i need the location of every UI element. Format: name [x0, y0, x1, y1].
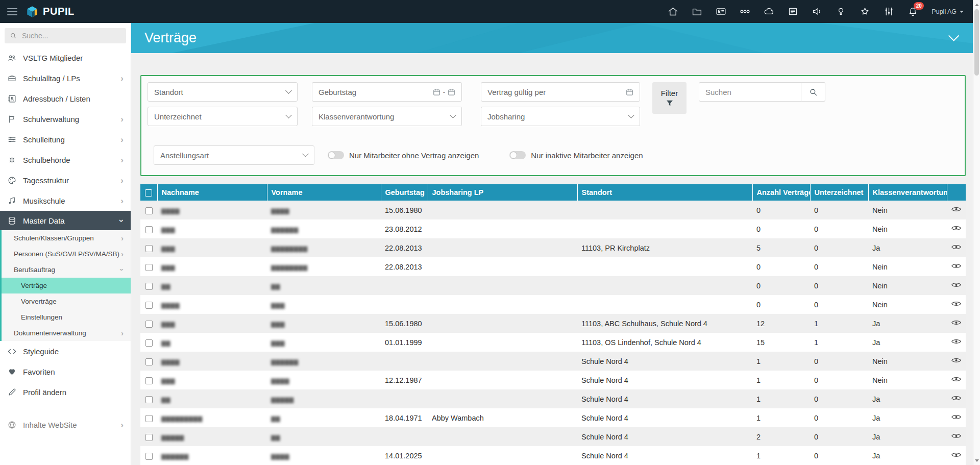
select-all-checkbox[interactable]	[145, 189, 152, 197]
sidebar-item-inhalte-website[interactable]: Inhalte WebSite›	[0, 414, 131, 435]
table-row[interactable]: ▇▇▇▇▇▇ ▇▇▇▇ 14.01.2025 Schule Nord 4 1 0…	[140, 446, 966, 465]
view-row-eye-icon[interactable]	[951, 395, 961, 402]
news-icon[interactable]	[788, 6, 798, 17]
sidebar-item-vertraege[interactable]: Verträge	[2, 278, 131, 293]
sidebar-item-adressbuch-listen[interactable]: Adressbuch / Listen	[0, 88, 131, 109]
groups-icon[interactable]	[740, 6, 750, 17]
view-row-eye-icon[interactable]	[951, 206, 961, 213]
table-row[interactable]: ▇▇▇ ▇▇▇▇ 12.12.1987 Schule Nord 4 1 0 Ne…	[140, 371, 966, 389]
table-row[interactable]: ▇▇▇ ▇▇▇▇▇▇▇▇ 22.08.2013 11103, PR Kirchp…	[140, 238, 966, 257]
cloud-icon[interactable]	[764, 6, 774, 17]
sidebar-item-profil-aendern[interactable]: Profil ändern	[0, 382, 131, 402]
sidebar-item-schulalltag-lps[interactable]: Schulalltag / LPs›	[0, 68, 131, 88]
row-checkbox[interactable]	[145, 207, 153, 214]
sidebar-search-input[interactable]	[21, 31, 121, 40]
row-checkbox[interactable]	[145, 302, 153, 309]
sidebar-item-schulverwaltung[interactable]: Schulverwaltung›	[0, 109, 131, 129]
view-row-eye-icon[interactable]	[951, 281, 961, 288]
inactive-toggle[interactable]	[509, 151, 526, 159]
calendar-icon[interactable]	[448, 88, 455, 96]
row-checkbox[interactable]	[145, 453, 153, 460]
no-contract-toggle[interactable]	[328, 151, 344, 159]
menu-hamburger-icon[interactable]	[7, 8, 17, 15]
sidebar-item-schulen-klassen-gruppen[interactable]: Schulen/Klassen/Gruppen›	[2, 230, 131, 246]
view-row-eye-icon[interactable]	[951, 300, 961, 307]
view-row-eye-icon[interactable]	[951, 243, 961, 251]
sidebar-item-musikschule[interactable]: Musikschule›	[0, 190, 131, 211]
col-standort[interactable]: Standort	[577, 184, 752, 201]
table-row[interactable]: ▇▇▇ ▇▇▇▇▇▇ 23.08.2012 0 0 Nein	[140, 219, 966, 238]
account-menu[interactable]: Pupil AG	[932, 8, 964, 15]
row-checkbox[interactable]	[145, 226, 153, 233]
idea-icon[interactable]	[836, 6, 846, 17]
table-row[interactable]: ▇▇▇ ▇▇▇▇▇▇▇▇ 22.08.2013 0 0 Nein	[140, 257, 966, 276]
geburtstag-range-field[interactable]: Geburtstag -	[312, 82, 462, 102]
view-row-eye-icon[interactable]	[951, 432, 961, 439]
table-row[interactable]: ▇▇ ▇▇▇ 01.01.1999 11103, OS Lindenhof, S…	[140, 333, 966, 352]
col-nachname[interactable]: Nachname	[157, 184, 267, 201]
table-row[interactable]: ▇▇▇▇ ▇▇▇▇▇▇ Schule Nord 4 1 0 Nein	[140, 352, 966, 371]
sidebar-item-berufsauftrag[interactable]: Berufsauftrag›	[2, 262, 131, 278]
klassenverantwortung-select[interactable]: Klassenverantwortung	[312, 107, 462, 126]
sidebar-item-schulbehoerde[interactable]: Schulbehörde›	[0, 150, 131, 170]
calendar-icon[interactable]	[626, 88, 633, 96]
sidebar-item-schulleitung[interactable]: Schulleitung›	[0, 129, 131, 150]
announcements-icon[interactable]	[812, 6, 822, 17]
col-jobsharing-lp[interactable]: Jobsharing LP	[428, 184, 577, 201]
app-logo[interactable]: PUPIL	[26, 5, 75, 18]
settings-sliders-icon[interactable]	[884, 6, 894, 17]
col-vorname[interactable]: Vorname	[267, 184, 381, 201]
row-checkbox[interactable]	[145, 434, 153, 441]
row-checkbox[interactable]	[145, 358, 153, 365]
sidebar-item-favoriten[interactable]: Favoriten	[0, 361, 131, 382]
row-checkbox[interactable]	[145, 283, 153, 290]
table-row[interactable]: ▇▇▇▇ ▇▇▇ 0 0 Nein	[140, 295, 966, 314]
unterzeichnet-select[interactable]: Unterzeichnet	[148, 107, 298, 126]
col-geburtstag[interactable]: Geburtstag	[381, 184, 428, 201]
anstellungsart-select[interactable]: Anstellungsart	[154, 145, 314, 165]
row-checkbox[interactable]	[145, 377, 153, 384]
documents-folder-icon[interactable]	[692, 6, 702, 17]
window-scrollbar[interactable]	[973, 0, 980, 465]
notifications-bell-icon[interactable]: 20	[908, 6, 918, 17]
view-row-eye-icon[interactable]	[951, 451, 961, 458]
col-klassenverantwortung[interactable]: Klassenverantwortung	[868, 184, 947, 201]
row-checkbox[interactable]	[145, 264, 153, 271]
jobsharing-select[interactable]: Jobsharing	[481, 107, 640, 126]
row-checkbox[interactable]	[145, 339, 153, 347]
view-row-eye-icon[interactable]	[951, 376, 961, 383]
table-row[interactable]: ▇▇▇ ▇▇▇ 15.06.1980 11103, ABC Schulhaus,…	[140, 314, 966, 333]
table-row[interactable]: ▇▇ ▇▇ 0 0 Nein	[140, 276, 966, 295]
view-row-eye-icon[interactable]	[951, 357, 961, 364]
sidebar-item-styleguide[interactable]: Styleguide	[0, 341, 131, 361]
filter-button[interactable]: Filter	[652, 82, 687, 114]
sidebar-item-personen[interactable]: Personen (SuS/GV/LP/SV/MA/SB)›	[2, 246, 131, 262]
calendar-icon[interactable]	[433, 88, 440, 96]
col-unterzeichnet[interactable]: Unterzeichnet	[810, 184, 868, 201]
sidebar-search[interactable]	[5, 28, 126, 43]
table-row[interactable]: ▇▇▇▇▇▇▇▇▇ ▇▇ 18.04.1971 Abby Wambach Sch…	[140, 408, 966, 427]
sidebar-item-vorvertraege[interactable]: Vorverträge	[2, 293, 131, 309]
standort-select[interactable]: Standort	[148, 82, 298, 102]
row-checkbox[interactable]	[145, 245, 153, 252]
search-button[interactable]	[801, 82, 825, 102]
table-row[interactable]: ▇▇ ▇▇▇▇▇ Schule Nord 4 1 0 Ja	[140, 389, 966, 408]
sidebar-item-einstellungen[interactable]: Einstellungen	[2, 309, 131, 325]
contacts-card-icon[interactable]	[716, 6, 726, 17]
home-icon[interactable]	[668, 6, 678, 17]
view-row-eye-icon[interactable]	[951, 225, 961, 232]
row-checkbox[interactable]	[145, 321, 153, 328]
search-input[interactable]	[699, 82, 801, 102]
scrollbar-up-arrow[interactable]	[973, 1, 980, 8]
scrollbar-thumb[interactable]	[974, 9, 979, 76]
sidebar-item-vsltg-mitglieder[interactable]: VSLTG Mitglieder	[0, 47, 131, 68]
table-row[interactable]: ▇▇▇▇ ▇▇▇▇ 15.06.1980 0 0 Nein	[140, 201, 966, 219]
favorites-star-icon[interactable]	[860, 6, 870, 17]
row-checkbox[interactable]	[145, 415, 153, 422]
sidebar-item-tagesstruktur[interactable]: Tagesstruktur›	[0, 170, 131, 190]
sidebar-item-dokumentenverwaltung[interactable]: Dokumentenverwaltung›	[2, 325, 131, 341]
sidebar-item-master-data[interactable]: Master Data›	[0, 211, 131, 230]
view-row-eye-icon[interactable]	[951, 262, 961, 270]
scrollbar-down-arrow[interactable]	[973, 457, 980, 464]
col-anzahl-vertraege[interactable]: Anzahl Verträge	[752, 184, 810, 201]
